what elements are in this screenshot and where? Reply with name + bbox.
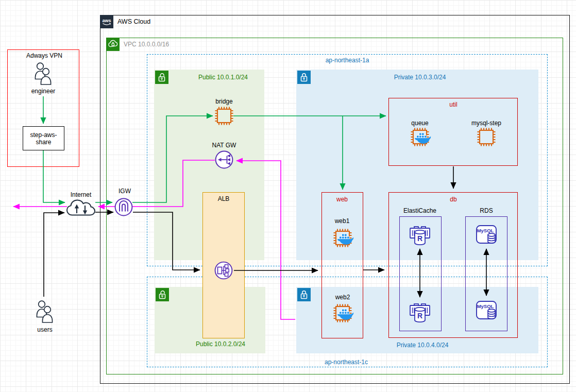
svg-text:MySQL: MySQL [477,303,494,309]
engineer-label: engineer [31,88,56,95]
internet-cloud-icon [66,198,96,217]
web1-label: web1 [335,217,350,225]
aws-cloud-title: AWS Cloud [117,18,150,25]
engineer-users-icon [32,61,55,86]
nat-gw-label: NAT GW [212,142,236,149]
mysql-step-chip-icon [477,128,496,146]
rds-mysql-replica-icon: MySQL [475,298,498,322]
svg-text:R: R [417,234,422,243]
web2-container-icon [333,304,355,323]
subnet-private3-label: Private 10.0.3.0/24 [394,74,446,81]
web2-label: web2 [335,294,350,301]
igw-label: IGW [118,188,131,195]
bridge-chip-icon [215,107,233,125]
internet-gateway-icon [114,198,133,216]
subnet-public2-label: Public 10.0.2.0/24 [196,340,245,348]
internet-label: Internet [71,191,92,198]
users-icon [33,299,56,323]
public-subnet1-icon [155,71,168,84]
az-1a-label: ap-northeast-1a [326,57,369,64]
web-group-label: web [336,196,348,203]
private-subnet4-icon [297,288,311,301]
svg-text:aws: aws [102,18,111,23]
web1-container-icon [333,229,355,248]
aws-logo-icon: aws [100,15,113,28]
elasticache-redis-replica-icon: R [408,300,432,324]
queue-container-icon [411,128,432,147]
vpc-icon [106,38,120,51]
az-1c-label: ap-northeast-1c [325,359,368,366]
users-label: users [37,326,52,333]
mysql-step-label: mysql-step [471,120,501,127]
util-group-label: util [449,101,457,108]
vpc-title: VPC 10.0.0.0/16 [124,41,169,48]
subnet-private4-label: Private 10.0.4.0/24 [397,342,449,349]
step-aws-share-box: step-aws-share [23,126,64,150]
alb-label: ALB [218,195,230,202]
rds-label: RDS [480,207,493,214]
svg-text:MySQL: MySQL [477,228,494,233]
queue-label: queue [411,120,428,127]
svg-text:R: R [417,312,422,320]
subnet-public1-label: Public 10.0.1.0/24 [198,74,248,81]
diagram-canvas: step-aws-share [0,0,576,392]
alb-icon [214,261,233,280]
private-subnet3-icon [297,71,311,84]
elasticache-redis-icon: R [408,223,432,247]
public-subnet2-icon [156,288,169,301]
vpn-title: Adways VPN [26,52,62,59]
bridge-label: bridge [215,98,232,105]
nat-gateway-icon [215,150,233,169]
rds-mysql-icon: MySQL [475,223,498,246]
elasticache-label: ElastiCache [403,207,436,214]
db-group-label: db [450,196,456,203]
